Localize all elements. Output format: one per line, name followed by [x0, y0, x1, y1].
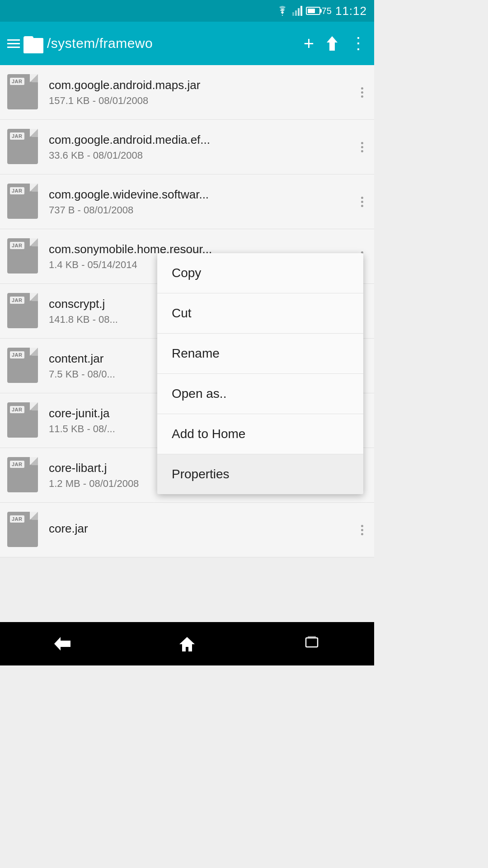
context-menu-add_to_home[interactable]: Add to Home [157, 414, 363, 454]
context-menu-open_as[interactable]: Open as.. [157, 374, 363, 414]
context-menu-rename[interactable]: Rename [157, 334, 363, 374]
context-menu-overlay[interactable]: CopyCutRenameOpen as..Add to HomePropert… [0, 0, 374, 665]
context-menu-properties[interactable]: Properties [157, 454, 363, 494]
context-menu-copy[interactable]: Copy [157, 253, 363, 293]
context-menu-cut[interactable]: Cut [157, 293, 363, 334]
context-menu: CopyCutRenameOpen as..Add to HomePropert… [157, 253, 363, 494]
